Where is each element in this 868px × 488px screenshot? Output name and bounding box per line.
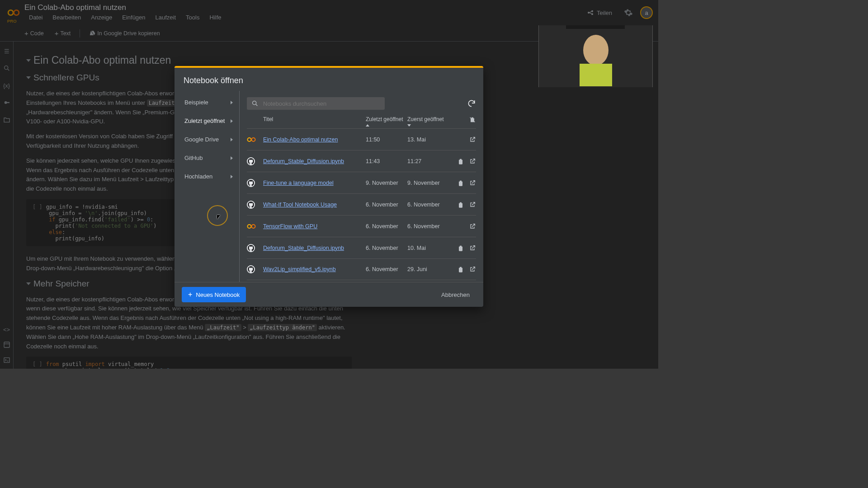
first-opened: 11:27	[407, 158, 449, 164]
dialog-title: Notebook öffnen	[175, 66, 483, 91]
notebook-list: Ein Colab-Abo optimal nutzen11:5013. Mai…	[247, 128, 476, 282]
open-new-tab-icon[interactable]	[469, 244, 476, 252]
svg-point-15	[248, 138, 251, 141]
first-opened: 10. Mai	[407, 245, 449, 251]
source-recent[interactable]: Zuletzt geöffnet	[175, 112, 239, 131]
last-opened: 11:43	[366, 158, 407, 164]
last-opened: 6. November	[366, 245, 407, 251]
notebook-row[interactable]: Deforum_Stable_Diffusion.ipynb11:4311:27	[247, 150, 476, 172]
open-new-tab-icon[interactable]	[469, 201, 476, 208]
svg-point-16	[252, 138, 255, 141]
last-opened: 9. November	[366, 180, 407, 186]
notebook-row[interactable]: TensorFlow with GPU6. November6. Novembe…	[247, 215, 476, 237]
remove-column-icon[interactable]	[469, 116, 476, 123]
notebook-title-link[interactable]: Wav2Lip_simplified_v5.ipynb	[263, 266, 366, 272]
last-opened: 6. November	[366, 223, 407, 230]
github-icon	[247, 179, 263, 187]
open-new-tab-icon[interactable]	[469, 223, 476, 230]
open-new-tab-icon[interactable]	[469, 266, 476, 273]
search-icon	[251, 100, 259, 107]
open-notebook-dialog: Notebook öffnen Beispiele Zuletzt geöffn…	[175, 66, 483, 307]
notebook-title-link[interactable]: Deforum_Stable_Diffusion.ipynb	[263, 158, 366, 164]
col-title[interactable]: Titel	[263, 116, 366, 122]
github-icon	[247, 157, 263, 165]
github-icon	[247, 265, 263, 273]
notebook-row[interactable]: Ein Colab-Abo optimal nutzen11:5013. Mai	[247, 128, 476, 150]
first-opened: 9. November	[407, 180, 449, 186]
last-opened: 6. November	[366, 202, 407, 208]
source-drive[interactable]: Google Drive	[175, 131, 239, 149]
svg-point-18	[252, 225, 255, 228]
delete-icon[interactable]	[457, 244, 464, 252]
delete-icon[interactable]	[457, 266, 464, 273]
svg-rect-22	[566, 25, 625, 29]
last-opened: 11:50	[366, 136, 407, 143]
svg-rect-21	[580, 64, 612, 86]
source-examples[interactable]: Beispiele	[175, 94, 239, 112]
delete-icon[interactable]	[457, 158, 464, 165]
delete-icon[interactable]	[457, 201, 464, 208]
col-last-opened[interactable]: Zuletzt geöffnet	[366, 116, 407, 127]
source-upload[interactable]: Hochladen	[175, 168, 239, 186]
svg-point-20	[583, 35, 609, 66]
webcam-overlay	[538, 25, 653, 87]
last-opened: 6. November	[366, 266, 407, 272]
notebook-search-input[interactable]	[247, 97, 385, 110]
source-github[interactable]: GitHub	[175, 149, 239, 168]
notebook-row[interactable]: What-If Tool Notebook Usage6. November6.…	[247, 193, 476, 215]
svg-point-12	[253, 101, 256, 105]
github-icon	[247, 201, 263, 209]
notebook-title-link[interactable]: What-If Tool Notebook Usage	[263, 202, 366, 208]
notebook-row[interactable]: Deforum_Stable_Diffusion.ipynb6. Novembe…	[247, 237, 476, 258]
open-new-tab-icon[interactable]	[469, 136, 476, 143]
svg-line-13	[256, 104, 257, 106]
open-new-tab-icon[interactable]	[469, 179, 476, 187]
notebook-row[interactable]: Fine-tune a language model9. November9. …	[247, 172, 476, 193]
table-header: Titel Zuletzt geöffnet Zuerst geöffnet	[247, 113, 476, 128]
open-new-tab-icon[interactable]	[469, 158, 476, 165]
notebook-title-link[interactable]: Fine-tune a language model	[263, 180, 366, 186]
colab-icon	[247, 137, 263, 142]
notebook-row[interactable]: Wav2Lip_simplified_v5.ipynb6. November29…	[247, 258, 476, 280]
notebook-title-link[interactable]: Ein Colab-Abo optimal nutzen	[263, 136, 366, 143]
delete-icon[interactable]	[457, 179, 464, 187]
new-notebook-button[interactable]: +Neues Notebook	[182, 287, 246, 302]
dialog-source-list: Beispiele Zuletzt geöffnet Google Drive …	[175, 91, 240, 282]
svg-point-17	[248, 225, 251, 228]
notebook-title-link[interactable]: Deforum_Stable_Diffusion.ipynb	[263, 245, 366, 251]
colab-icon	[247, 224, 263, 229]
notebook-title-link[interactable]: TensorFlow with GPU	[263, 223, 366, 230]
refresh-icon[interactable]	[467, 99, 476, 108]
first-opened: 29. Juni	[407, 266, 449, 272]
cancel-button[interactable]: Abbrechen	[435, 288, 476, 302]
first-opened: 13. Mai	[407, 136, 449, 143]
first-opened: 6. November	[407, 223, 449, 230]
col-first-opened[interactable]: Zuerst geöffnet	[407, 116, 449, 127]
github-icon	[247, 244, 263, 252]
first-opened: 6. November	[407, 202, 449, 208]
